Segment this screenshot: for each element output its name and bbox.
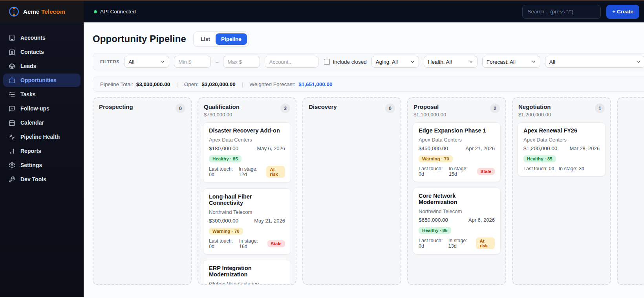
sidebar-item-contacts[interactable]: Contacts (3, 45, 80, 59)
card-title: Disaster Recovery Add-on (209, 127, 285, 134)
list-view-button[interactable]: List (195, 33, 216, 45)
search-input[interactable] (522, 5, 601, 19)
sidebar-item-opportunities[interactable]: Opportunities (3, 74, 80, 87)
sidebar-item-label: Tasks (20, 91, 36, 97)
sidebar-item-label: Settings (20, 162, 42, 168)
last-touch-label: Last touch: 0d (523, 166, 554, 171)
health-filter-select[interactable]: Health: All (424, 56, 478, 68)
card-close-date: May 6, 2026 (257, 145, 285, 151)
card-badges: Healthy · 85 (523, 155, 600, 162)
opportunity-card[interactable]: ERP Integration Modernization Globex Man… (203, 260, 291, 285)
sidebar-item-pipeline-health[interactable]: Pipeline Health (3, 130, 80, 143)
risk-badge: At risk (266, 166, 285, 178)
kanban-column: Discovery 0 (302, 97, 401, 285)
card-close-date: Apr 21, 2026 (466, 145, 495, 151)
sidebar-item-label: Accounts (20, 35, 46, 41)
sidebar-item-label: Pipeline Health (20, 134, 60, 140)
sidebar-item-label: Follow-ups (20, 105, 49, 112)
card-meta: Last touch: 0d In stage: 16d Stale (209, 238, 285, 249)
card-meta: Last touch: 0d In stage: 15d Stale (419, 166, 495, 177)
card-badges: Warning · 70 (419, 155, 495, 162)
sidebar-item-tasks[interactable]: Tasks (3, 88, 80, 101)
pipeline-total-label: Pipeline Total: (100, 81, 133, 87)
column-count-badge: 0 (176, 103, 185, 113)
card-title: Edge Expansion Phase 1 (419, 127, 495, 134)
weighted-forecast-value: $1,651,000.00 (298, 81, 332, 87)
risk-badge: Stale (477, 168, 495, 175)
column-header: Proposal $1,100,000.00 2 (413, 103, 501, 118)
card-badges: Healthy · 85 (419, 226, 495, 234)
column-cards: Disaster Recovery Add-on Apex Data Cente… (203, 122, 291, 285)
card-title: Apex Renewal FY26 (523, 127, 600, 134)
health-filter-value: Health: All (428, 59, 452, 65)
card-title: Long-haul Fiber Connectivity (209, 193, 285, 206)
sidebar-item-settings[interactable]: Settings (3, 158, 80, 172)
column-header: Discovery 0 (308, 103, 396, 113)
kanban-column: Negotiation $1,200,000.00 1 Apex Renewal… (512, 97, 611, 285)
health-badge: Healthy · 85 (523, 155, 556, 162)
sidebar-item-label: Opportunities (20, 77, 57, 83)
sidebar: Accounts Contacts Leads Opportunities Ta… (0, 22, 84, 297)
pipeline-view-button[interactable]: Pipeline (216, 33, 247, 45)
filters-bar: FILTERS All – Include closed Aging: All (93, 53, 644, 70)
column-sum: $730,000.00 (204, 112, 240, 118)
column-title: Negotiation (518, 103, 551, 110)
in-stage-label: In stage: 3d (559, 166, 584, 171)
opportunity-card[interactable]: Apex Renewal FY26 Apex Data Centers $1,2… (518, 122, 606, 177)
column-header: Prospecting 0 (98, 103, 186, 113)
message-plus-icon (9, 105, 15, 112)
sidebar-item-accounts[interactable]: Accounts (3, 31, 80, 44)
min-amount-input[interactable] (174, 56, 211, 68)
building-icon (9, 35, 15, 41)
opportunity-card[interactable]: Disaster Recovery Add-on Apex Data Cente… (203, 122, 291, 183)
brand-logo[interactable]: Acme Telecom (0, 1, 84, 22)
chevron-down-icon (532, 60, 536, 64)
card-meta: Last touch: 0d In stage: 13d At risk (419, 237, 495, 249)
card-account: Northwind Telecom (209, 209, 285, 215)
pipeline-totals-bar: Pipeline Total: $3,030,000.00 | Open: $3… (93, 77, 644, 92)
in-stage-label: In stage: 12d (239, 166, 262, 177)
last-touch-label: Last touch: 0d (419, 166, 445, 177)
card-close-date: Apr 6, 2026 (468, 217, 495, 223)
in-stage-label: In stage: 16d (239, 238, 263, 249)
include-closed-checkbox[interactable] (324, 59, 330, 65)
card-account: Globex Manufacturing (209, 281, 285, 285)
create-button[interactable]: + Create (606, 5, 639, 19)
opportunity-card[interactable]: Long-haul Fiber Connectivity Northwind T… (203, 188, 291, 254)
stage-filter-value: All (128, 59, 134, 65)
card-badges: Healthy · 85 (209, 155, 285, 162)
sidebar-item-dev-tools[interactable]: Dev Tools (3, 173, 80, 186)
sidebar-item-follow-ups[interactable]: Follow-ups (3, 102, 80, 115)
health-badge: Healthy · 85 (209, 155, 242, 162)
sidebar-item-label: Calendar (20, 120, 44, 126)
risk-badge: At risk (476, 237, 495, 249)
card-close-date: May 21, 2026 (254, 218, 285, 224)
api-status: API Connected (94, 1, 136, 22)
opportunity-card[interactable]: Core Network Modernization Northwind Tel… (413, 188, 501, 254)
account-filter-input[interactable] (265, 56, 318, 68)
max-amount-input[interactable] (223, 56, 260, 68)
sidebar-item-leads[interactable]: Leads (3, 59, 80, 73)
briefcase-icon (9, 77, 15, 84)
forecast-filter-select[interactable]: Forecast: All (482, 56, 540, 68)
activity-icon (9, 134, 15, 140)
gear-icon (9, 162, 15, 169)
card-close-date: Mar 28, 2026 (569, 145, 600, 151)
sidebar-item-calendar[interactable]: Calendar (3, 116, 80, 129)
in-stage-label: In stage: 13d (448, 238, 472, 249)
column-title: Prospecting (99, 103, 133, 110)
calendar-icon (9, 120, 15, 126)
opportunity-card[interactable]: Edge Expansion Phase 1 Apex Data Centers… (413, 122, 501, 182)
sidebar-item-label: Leads (20, 63, 36, 69)
card-amount: $1,200,000.00 (523, 145, 557, 151)
sidebar-item-reports[interactable]: Reports (3, 144, 80, 158)
card-title: ERP Integration Modernization (209, 265, 285, 278)
kanban-column: Proposal $1,100,000.00 2 Edge Expansion … (407, 97, 506, 285)
status-dot-icon (94, 10, 97, 13)
stage-filter-select[interactable]: All (124, 56, 169, 68)
aging-filter-select[interactable]: Aging: All (371, 56, 419, 68)
column-cards: Edge Expansion Phase 1 Apex Data Centers… (413, 122, 501, 254)
owner-filter-select[interactable]: All (545, 56, 644, 68)
card-meta: Last touch: 0d In stage: 12d At risk (209, 166, 285, 178)
column-count-badge: 1 (595, 103, 605, 113)
